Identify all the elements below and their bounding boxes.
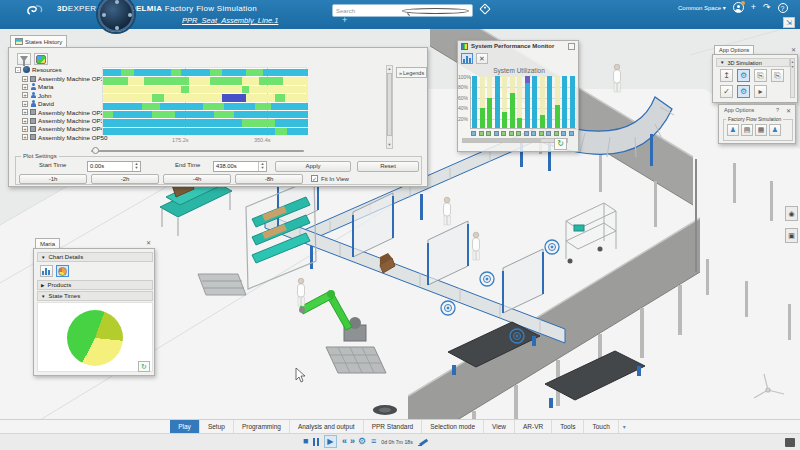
resource-tree-item[interactable]: +Assembly Machine OP10 <box>22 75 107 82</box>
annotate-pen-icon[interactable] <box>418 437 428 447</box>
pie-chart-icon[interactable] <box>56 265 69 277</box>
close-icon[interactable]: ✕ <box>146 239 151 246</box>
ribbon-tab-play[interactable]: Play <box>170 420 200 433</box>
scene-tool-button-1[interactable]: ◉ <box>785 206 798 221</box>
end-time-input[interactable]: 438.00s ▲▼ <box>213 161 267 172</box>
maria-tab[interactable]: Maria <box>35 238 60 248</box>
restore-window-icon[interactable] <box>568 43 575 50</box>
ribbon-tab-touch[interactable]: Touch <box>584 420 618 433</box>
ribbon-tab-setup[interactable]: Setup <box>200 420 234 433</box>
close-icon[interactable]: ✕ <box>791 46 796 53</box>
doc-check-icon[interactable]: ✓ <box>720 85 733 98</box>
quick-time-button[interactable]: -1h <box>19 174 87 184</box>
user-profile-icon[interactable] <box>733 2 744 13</box>
ribbon-tab-programming[interactable]: Programming <box>234 420 290 433</box>
resource-tree-item[interactable]: +John <box>22 92 51 99</box>
expand-icon[interactable]: + <box>22 101 28 107</box>
bar-chart-icon[interactable]: ▦ <box>755 124 767 136</box>
resource-tree-item[interactable]: +Assembly Machine OP30 <box>22 117 107 124</box>
document-tab[interactable]: PPR_Seat_Assembly_Line.1 <box>182 16 278 25</box>
fast-forward-button[interactable]: » <box>350 435 353 448</box>
expand-view-icon[interactable]: ⇲ <box>783 17 795 28</box>
start-time-input[interactable]: 0.00s ▲▼ <box>87 161 141 172</box>
gantt-plot[interactable] <box>102 67 307 135</box>
filter-icon[interactable] <box>17 53 31 65</box>
resource-tree-item[interactable]: +Maria <box>22 83 53 90</box>
gantt-vertical-scrollbar[interactable]: ▴ ▾ <box>386 65 393 149</box>
bar-chart-icon[interactable] <box>40 265 53 277</box>
simulation-gears-icon[interactable]: ⚙ <box>737 69 750 82</box>
stop-button[interactable]: ■ <box>303 435 308 448</box>
ribbon-tab-selection-mode[interactable]: Selection mode <box>422 420 484 433</box>
ribbon-tab-analysis-and-output[interactable]: Analysis and output <box>290 420 364 433</box>
resource-tree-item[interactable]: +Assembly Machine OP40 <box>22 125 107 132</box>
scroll-down-icon[interactable]: ▾ <box>387 142 392 148</box>
scroll-up-icon[interactable]: ▴ <box>387 66 392 72</box>
ribbon-tab-ar-vr[interactable]: AR-VR <box>515 420 552 433</box>
play-button[interactable]: ▶ <box>324 435 337 448</box>
chart-details-header[interactable]: ▼ Chart Details <box>37 252 153 262</box>
refresh-icon[interactable]: ↻ <box>138 361 150 372</box>
doc-transfer-icon[interactable]: ⎘ <box>771 69 784 82</box>
statistics-mode-icon[interactable]: ✕ <box>476 53 488 64</box>
ribbon-tab-view[interactable]: View <box>484 420 515 433</box>
collab-space-selector[interactable]: Common Space ▾ <box>678 4 726 11</box>
collapse-icon[interactable]: - <box>15 67 21 73</box>
ribbon-tab-ppr-standard[interactable]: PPR Standard <box>364 420 423 433</box>
share-icon[interactable]: ↷ <box>763 3 771 12</box>
refresh-icon[interactable]: ↻ <box>554 138 567 150</box>
document-icon[interactable]: ▤ <box>741 124 753 136</box>
fit-in-view-checkbox[interactable]: ✓ <box>311 175 318 182</box>
doc-flag-icon[interactable]: ▸ <box>754 85 767 98</box>
legends-expander[interactable]: » Legends <box>396 67 427 78</box>
expand-icon[interactable]: + <box>22 92 28 98</box>
utilization-h-scrollbar[interactable] <box>462 138 568 143</box>
options-scrollbar[interactable]: ▴▾ <box>790 58 795 98</box>
state-times-pie-chart[interactable] <box>67 310 123 366</box>
3ds-logo-icon[interactable] <box>26 2 44 18</box>
gear-package-icon[interactable]: ⚙ <box>737 85 750 98</box>
spinner-icon[interactable]: ▲▼ <box>132 162 140 171</box>
close-icon[interactable]: ✕ <box>786 107 791 114</box>
quick-time-button[interactable]: -2h <box>91 174 159 184</box>
resource-tree-item[interactable]: +Assembly Machine OP50 <box>22 134 107 141</box>
rewind-button[interactable]: « <box>342 435 345 448</box>
products-header[interactable]: ▶ Products <box>37 280 153 290</box>
global-search-input[interactable]: Search <box>332 4 473 17</box>
quick-time-button[interactable]: -4h <box>163 174 231 184</box>
help-icon[interactable]: ? <box>776 107 779 113</box>
export-icon[interactable]: ↥ <box>720 69 733 82</box>
slider-handle[interactable] <box>92 147 99 154</box>
pause-button[interactable] <box>313 438 319 446</box>
states-history-tab[interactable]: States History <box>10 35 67 47</box>
add-content-icon[interactable]: + <box>751 3 756 12</box>
playback-settings-gear-icon[interactable]: ⚙ <box>358 435 366 448</box>
doc-export-icon[interactable]: ⎘ <box>754 69 767 82</box>
bar-chart-mode-icon[interactable] <box>461 53 473 64</box>
chart-options-icon[interactable] <box>34 53 48 65</box>
expand-icon[interactable]: + <box>22 84 28 90</box>
worker-chart-icon[interactable]: ♟ <box>727 124 739 136</box>
expand-icon[interactable]: + <box>22 134 28 140</box>
simulation-section-header[interactable]: ▼ 3D Simulation <box>716 58 790 67</box>
expand-icon[interactable]: + <box>22 109 28 115</box>
resource-tree-item[interactable]: +David <box>22 100 54 107</box>
app-options-tab[interactable]: App Options <box>714 45 754 54</box>
expand-icon[interactable]: + <box>22 126 28 132</box>
state-times-header[interactable]: ▼ State Times <box>37 291 153 301</box>
resource-tree-item[interactable]: +Assembly Machine OP20 <box>22 109 107 116</box>
expand-icon[interactable]: + <box>22 118 28 124</box>
expand-icon[interactable]: + <box>22 76 28 82</box>
time-range-slider[interactable] <box>91 150 304 152</box>
ribbon-more-chevron-icon[interactable]: ▾ <box>619 420 630 433</box>
resource-tree-root[interactable]: -Resources <box>15 66 62 73</box>
reset-button[interactable]: Reset <box>357 161 419 172</box>
spinner-icon[interactable]: ▲▼ <box>258 162 266 171</box>
new-tab-button[interactable]: + <box>342 15 347 25</box>
apply-button[interactable]: Apply <box>275 161 351 172</box>
ribbon-tab-tools[interactable]: Tools <box>552 420 584 433</box>
event-list-icon[interactable]: ≡ <box>371 435 376 448</box>
help-icon[interactable]: ? <box>778 3 788 13</box>
quick-time-button[interactable]: -8h <box>235 174 303 184</box>
search-icon[interactable] <box>402 8 470 14</box>
